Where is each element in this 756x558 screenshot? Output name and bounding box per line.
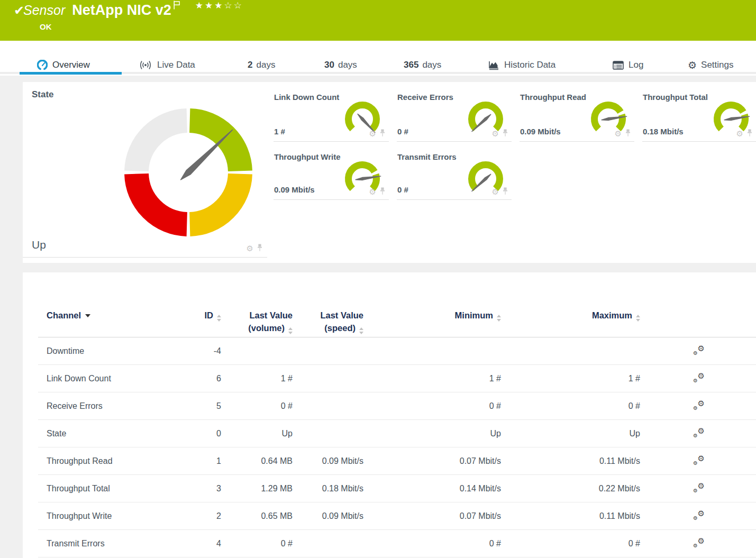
table-row[interactable]: Throughput Total31.29 MB0.18 Mbit/s0.14 … (38, 475, 756, 502)
cell-id: 0 (160, 420, 221, 447)
tab-label: Historic Data (504, 60, 555, 70)
channel-settings-icon[interactable]: ⚙⚙ (693, 510, 705, 520)
table-row[interactable]: Transmit Errors40 #0 #0 #⚙⚙ (38, 530, 756, 557)
channels-panel: Channel ID Last Value (volume) Last Valu… (23, 272, 756, 558)
cell-min: 0 # (363, 392, 501, 420)
gauge-value: 0 # (397, 127, 408, 136)
cell-channel: Throughput Write (38, 502, 160, 530)
channel-settings-icon[interactable]: ⚙⚙ (693, 538, 705, 547)
cell-volume: 0.64 MB (221, 447, 293, 475)
sort-icon (217, 315, 221, 322)
tab-30-days[interactable]: 30 days (324, 58, 357, 72)
tab-number: 2 (248, 60, 252, 70)
channel-settings-icon[interactable]: ⚙ (492, 188, 499, 196)
cell-channel: Receive Errors (38, 392, 160, 420)
tab-365-days[interactable]: 365 days (404, 58, 441, 72)
gauge-value: 0.18 Mbit/s (643, 127, 684, 136)
tab-label: Log (629, 60, 643, 70)
cell-speed (293, 530, 363, 557)
column-header-minimum[interactable]: Minimum (363, 294, 501, 337)
table-row[interactable]: Link Down Count61 #1 #1 #⚙⚙ (38, 365, 756, 392)
cell-speed (293, 337, 363, 365)
column-header-maximum[interactable]: Maximum (501, 294, 640, 337)
cell-min: 0.14 Mbit/s (363, 475, 501, 502)
cell-max: Up (501, 420, 640, 447)
pin-icon[interactable] (379, 129, 386, 139)
sort-desc-icon (85, 314, 90, 317)
channel-settings-icon[interactable]: ⚙ (369, 130, 376, 138)
page-title: NetApp NIC v2 (72, 2, 171, 18)
column-header-channel[interactable]: Channel (38, 294, 160, 337)
status-text: OK (40, 22, 52, 31)
mini-gauge-cell: Throughput Read0.09 Mbit/s⚙ (520, 87, 634, 142)
cell-speed (293, 365, 363, 392)
tab-log[interactable]: Log (613, 58, 643, 72)
pin-icon[interactable] (502, 129, 508, 139)
mini-gauge-grid: Link Down Count1 #⚙Receive Errors0 #⚙Thr… (274, 87, 756, 200)
cell-id: -4 (160, 337, 221, 365)
channel-settings-icon[interactable]: ⚙⚙ (693, 455, 705, 465)
pin-icon[interactable] (257, 244, 263, 254)
cell-id: 6 (160, 365, 221, 392)
column-header-id[interactable]: ID (160, 294, 221, 337)
tab-label: days (338, 60, 357, 70)
channel-settings-icon[interactable]: ⚙ (736, 130, 743, 138)
table-row[interactable]: Throughput Write20.65 MB0.09 Mbit/s0.07 … (38, 502, 756, 530)
gauge-icon (37, 60, 48, 70)
tab-label: Overview (52, 60, 90, 70)
pin-icon[interactable] (502, 187, 508, 197)
pin-icon[interactable] (379, 187, 386, 197)
channel-settings-icon[interactable]: ⚙⚙ (693, 428, 705, 437)
tab-historic-data[interactable]: Historic Data (488, 58, 555, 72)
sort-icon (497, 315, 501, 322)
tab-2-days[interactable]: 2 days (248, 58, 275, 72)
sort-icon (636, 315, 640, 322)
gauges-panel: State Up ⚙ Link Down Count1 #⚙Receive Er… (23, 82, 756, 263)
cell-channel: Link Down Count (38, 365, 160, 392)
flag-icon[interactable] (174, 1, 180, 12)
cell-channel: Downtime (38, 337, 160, 365)
mini-gauge-cell: Receive Errors0 #⚙ (397, 87, 512, 142)
pin-icon[interactable] (625, 129, 631, 139)
star-rating[interactable]: ★★★☆☆ (195, 0, 243, 11)
table-row[interactable]: State0UpUpUp⚙⚙ (38, 420, 756, 447)
channel-settings-icon[interactable]: ⚙⚙ (693, 483, 705, 492)
column-header-last-value-speed[interactable]: Last Value (speed) (293, 294, 363, 337)
cell-max: 0 # (501, 392, 640, 420)
channel-settings-icon[interactable]: ⚙ (369, 188, 376, 196)
tab-overview[interactable]: Overview (37, 58, 90, 72)
gauge-title: State (32, 89, 54, 100)
cell-channel: Throughput Read (38, 447, 160, 475)
cell-volume: 0 # (221, 530, 293, 557)
cell-max: 0.11 Mbit/s (501, 502, 640, 530)
tab-live-data[interactable]: Live Data (139, 58, 195, 72)
log-list-icon (613, 61, 624, 70)
tab-label: Settings (701, 60, 733, 70)
tab-label: days (422, 60, 441, 70)
table-row[interactable]: Receive Errors50 #0 #0 #⚙⚙ (38, 392, 756, 420)
state-gauge (122, 106, 254, 239)
channel-settings-icon[interactable]: ⚙ (615, 130, 622, 138)
cell-max: 0 # (501, 530, 640, 557)
channel-settings-icon[interactable]: ⚙⚙ (693, 345, 705, 355)
gauge-title: Transmit Errors (397, 152, 457, 161)
cell-volume: Up (221, 420, 293, 447)
column-header-last-value-volume[interactable]: Last Value (volume) (221, 294, 293, 337)
channel-settings-icon[interactable]: ⚙ (492, 130, 499, 138)
cell-speed: 0.09 Mbit/s (293, 447, 363, 475)
cell-id: 5 (160, 392, 221, 420)
mini-gauge-cell: Throughput Write0.09 Mbit/s⚙ (274, 147, 389, 200)
tab-settings[interactable]: ⚙ Settings (688, 58, 733, 72)
channel-settings-icon[interactable]: ⚙⚙ (693, 400, 705, 410)
table-row[interactable]: Throughput Read10.64 MB0.09 Mbit/s0.07 M… (38, 447, 756, 475)
channel-settings-icon[interactable]: ⚙⚙ (693, 373, 705, 382)
cell-id: 3 (160, 475, 221, 502)
channel-settings-icon[interactable]: ⚙ (247, 245, 253, 253)
tab-number: 30 (324, 60, 334, 70)
table-row[interactable]: Downtime-4⚙⚙ (38, 337, 756, 365)
gauge-title: Receive Errors (397, 93, 453, 102)
cell-max: 0.22 Mbit/s (501, 475, 640, 502)
pin-icon[interactable] (746, 129, 753, 139)
channels-table: Channel ID Last Value (volume) Last Valu… (38, 294, 756, 557)
tab-label: days (256, 60, 275, 70)
